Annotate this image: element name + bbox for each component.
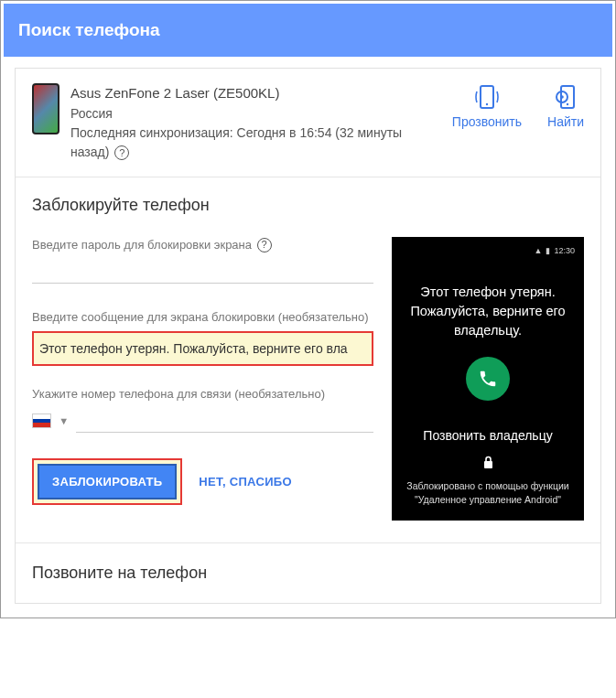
skip-button[interactable]: НЕТ, СПАСИБО <box>199 475 292 489</box>
phone-row: ▼ <box>32 408 373 433</box>
svg-point-5 <box>560 95 564 99</box>
preview-call-owner: Позвонить владельцу <box>401 428 575 443</box>
phone-input[interactable] <box>76 408 373 433</box>
preview-status-bar: ▲ ▮ 12:30 <box>401 246 575 255</box>
device-location: Россия <box>70 104 443 123</box>
chevron-down-icon[interactable]: ▼ <box>59 415 69 426</box>
phone-label: Укажите номер телефона для связи (необяз… <box>32 386 373 403</box>
svg-rect-6 <box>484 461 492 468</box>
find-icon <box>547 83 584 111</box>
preview-footer-1: Заблокировано с помощью функции <box>401 479 575 494</box>
preview-message: Этот телефон утерян. Пожалуйста, верните… <box>401 283 575 340</box>
lock-title: Заблокируйте телефон <box>32 196 584 215</box>
find-button[interactable]: Найти <box>547 83 584 129</box>
device-info: Asus ZenFone 2 Laser (ZE500KL) Россия По… <box>70 83 443 162</box>
battery-icon: ▮ <box>546 246 550 255</box>
device-actions: Прозвонить Найти <box>452 83 584 162</box>
message-highlight <box>32 331 373 366</box>
password-input[interactable] <box>32 259 373 284</box>
lock-section: Заблокируйте телефон Введите пароль для … <box>16 177 600 544</box>
lock-button-highlight: ЗАБЛОКИРОВАТЬ <box>32 458 182 505</box>
preview-time: 12:30 <box>554 246 575 255</box>
device-section: Asus ZenFone 2 Laser (ZE500KL) Россия По… <box>16 69 600 177</box>
country-flag-icon[interactable] <box>32 413 51 428</box>
page-header: Поиск телефона <box>4 4 612 57</box>
ring-icon <box>452 83 522 111</box>
signal-icon: ▲ <box>535 246 543 255</box>
lock-form: Введите пароль для блокировки экрана ? В… <box>32 237 373 521</box>
main-card: Asus ZenFone 2 Laser (ZE500KL) Россия По… <box>15 68 601 604</box>
svg-point-1 <box>486 103 488 105</box>
device-sync: Последняя синхронизация: Сегодня в 16:54… <box>70 123 443 162</box>
button-row: ЗАБЛОКИРОВАТЬ НЕТ, СПАСИБО <box>32 458 373 505</box>
message-label: Введите сообщение для экрана блокировки … <box>32 309 373 326</box>
password-label: Введите пароль для блокировки экрана ? <box>32 237 373 253</box>
lock-button[interactable]: ЗАБЛОКИРОВАТЬ <box>38 464 177 499</box>
page-title: Поиск телефона <box>18 20 160 39</box>
ring-button[interactable]: Прозвонить <box>452 83 522 129</box>
device-name: Asus ZenFone 2 Laser (ZE500KL) <box>70 83 443 104</box>
help-icon[interactable]: ? <box>114 145 129 160</box>
svg-point-3 <box>567 103 568 105</box>
call-section: Позвоните на телефон <box>16 543 600 603</box>
help-icon[interactable]: ? <box>257 238 272 252</box>
find-label: Найти <box>547 114 584 129</box>
ring-label: Прозвонить <box>452 114 522 129</box>
preview-footer-2: "Удаленное управление Android" <box>401 493 575 508</box>
lock-preview: ▲ ▮ 12:30 Этот телефон утерян. Пожалуйст… <box>392 237 584 521</box>
call-icon <box>466 357 510 401</box>
message-input[interactable] <box>39 341 366 356</box>
device-thumbnail <box>32 83 59 134</box>
call-section-title: Позвоните на телефон <box>32 564 584 583</box>
lock-icon <box>401 456 575 472</box>
